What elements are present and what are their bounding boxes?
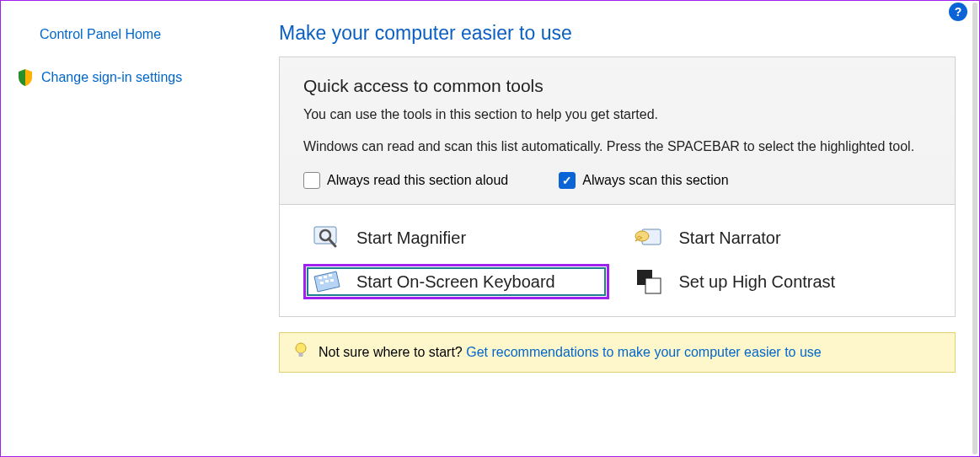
sidebar-link-home[interactable]: Control Panel Home xyxy=(18,22,262,47)
sidebar-link-label: Control Panel Home xyxy=(40,27,161,42)
tool-high-contrast[interactable]: Set up High Contrast xyxy=(626,264,932,299)
scrollbar[interactable] xyxy=(972,3,977,454)
main-content: Make your computer easier to use Quick a… xyxy=(279,1,979,456)
checkbox-scan-section[interactable]: Always scan this section xyxy=(559,172,728,189)
checkbox-read-aloud[interactable]: Always read this section aloud xyxy=(303,172,508,189)
tool-label: Start On-Screen Keyboard xyxy=(356,272,555,293)
checkbox-label: Always scan this section xyxy=(582,173,728,188)
svg-rect-6 xyxy=(324,276,327,278)
tool-label: Start Magnifier xyxy=(356,228,466,249)
svg-rect-8 xyxy=(320,282,324,284)
hint-text: Not sure where to start? Get recommendat… xyxy=(319,345,822,360)
quick-access-header: Quick access to common tools You can use… xyxy=(280,57,955,204)
sidebar: Control Panel Home Change sign-in settin… xyxy=(1,1,279,456)
magnifier-icon xyxy=(311,224,341,251)
svg-point-13 xyxy=(296,343,306,353)
tool-start-narrator[interactable]: Start Narrator xyxy=(626,220,932,255)
page-title: Make your computer easier to use xyxy=(279,22,956,45)
quick-access-desc2: Windows can read and scan this list auto… xyxy=(303,137,931,157)
keyboard-icon xyxy=(311,268,341,295)
quick-access-desc1: You can use the tools in this section to… xyxy=(303,105,931,125)
svg-rect-10 xyxy=(330,279,334,282)
narrator-icon xyxy=(634,224,664,251)
help-button[interactable]: ? xyxy=(949,3,967,21)
lightbulb-icon xyxy=(293,341,308,363)
shield-icon xyxy=(18,69,33,86)
tool-start-magnifier[interactable]: Start Magnifier xyxy=(303,220,609,255)
hint-link[interactable]: Get recommendations to make your compute… xyxy=(466,345,822,359)
svg-rect-9 xyxy=(325,280,329,282)
checkbox-row: Always read this section aloud Always sc… xyxy=(303,172,931,189)
quick-access-title: Quick access to common tools xyxy=(303,76,931,96)
sidebar-link-label: Change sign-in settings xyxy=(41,70,182,85)
contrast-icon xyxy=(634,268,664,295)
hint-prefix: Not sure where to start? xyxy=(319,345,466,359)
sidebar-link-signin[interactable]: Change sign-in settings xyxy=(18,64,262,91)
checkbox-box xyxy=(559,172,576,189)
quick-access-box: Quick access to common tools You can use… xyxy=(279,56,956,317)
checkbox-box xyxy=(303,172,320,189)
tool-label: Start Narrator xyxy=(679,228,781,249)
tool-label: Set up High Contrast xyxy=(679,272,836,293)
svg-rect-14 xyxy=(299,352,303,357)
svg-rect-7 xyxy=(329,274,332,277)
tools-grid: Start Magnifier Start Narrator Start On-… xyxy=(280,204,955,316)
hint-bar: Not sure where to start? Get recommendat… xyxy=(279,332,956,373)
tool-start-osk[interactable]: Start On-Screen Keyboard xyxy=(303,264,609,299)
svg-rect-5 xyxy=(319,277,322,279)
checkbox-label: Always read this section aloud xyxy=(327,173,508,188)
svg-rect-12 xyxy=(645,278,661,293)
